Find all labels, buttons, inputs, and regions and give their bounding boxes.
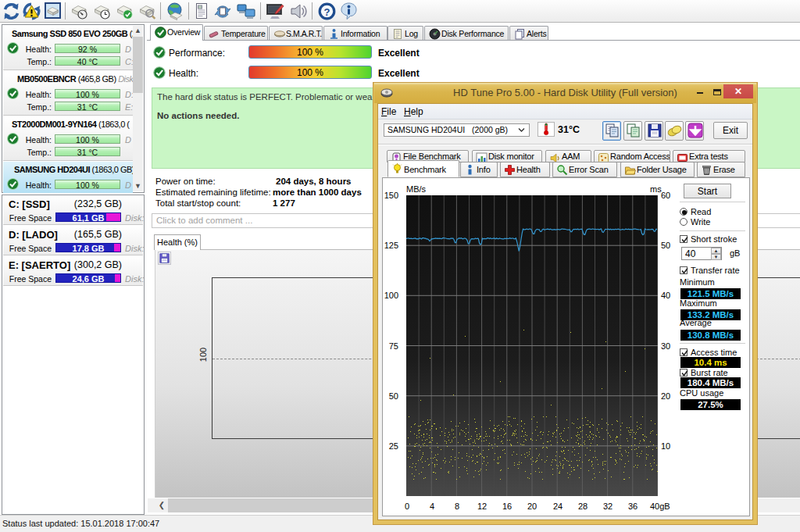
svg-text:?: ?: [324, 6, 330, 18]
